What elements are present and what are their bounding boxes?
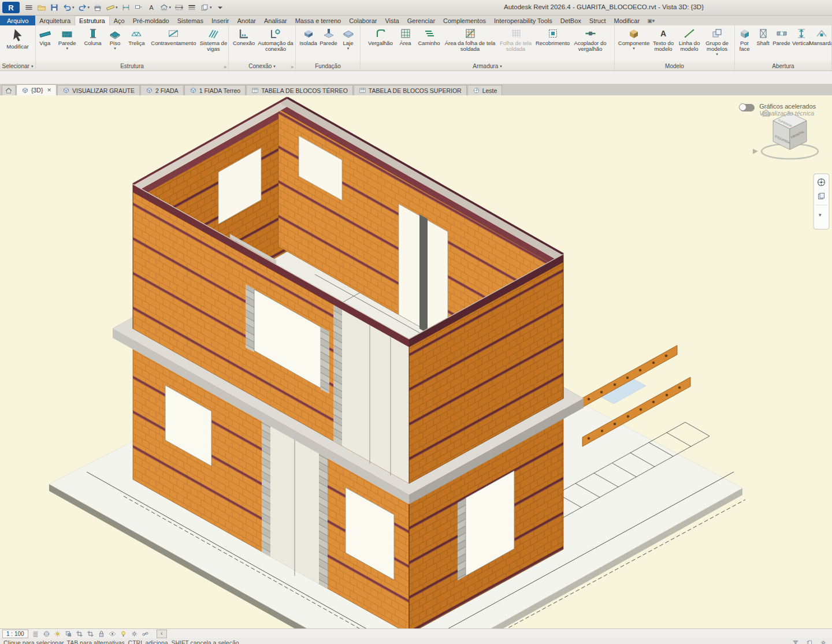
qat-tag-by-category[interactable]	[132, 2, 145, 13]
ribbon-button-componente[interactable]: Componente▾	[618, 27, 650, 50]
status-editable-only[interactable]	[804, 639, 815, 644]
scale-button[interactable]: 1 : 100	[2, 630, 28, 638]
ribbon-tab-colaborar[interactable]: Colaborar	[345, 16, 381, 25]
ribbon-tab-detbox[interactable]: DetBox	[556, 16, 585, 25]
ribbon-tab-complementos[interactable]: Complementos	[439, 16, 490, 25]
qat-app-menu[interactable]	[23, 2, 35, 13]
ribbon-button-parede[interactable]: Parede▾	[55, 27, 80, 50]
ribbon-button-trelica[interactable]: Treliça	[125, 27, 148, 46]
panel-label-estrutura[interactable]: Estrutura	[36, 61, 228, 70]
3d-view-canvas[interactable]: SUPERIOR ESQUERDA FRONTAL ▾	[0, 95, 832, 628]
viewbar-sun-path[interactable]	[53, 630, 63, 638]
ribbon-button-conexao[interactable]: Conexão	[231, 27, 257, 46]
ribbon-button-por-face[interactable]: Por face	[736, 27, 754, 52]
ribbon-tab-analisar[interactable]: Analisar	[260, 16, 291, 25]
tab-options-icon[interactable]: ▣▾	[644, 16, 658, 25]
panel-label-selecionar[interactable]: Selecionar▾	[0, 61, 35, 70]
ribbon-tab-massa-e-terreno[interactable]: Massa e terreno	[291, 16, 345, 25]
zoom-pages-icon[interactable]	[818, 193, 824, 199]
viewbar-shadows[interactable]	[64, 630, 74, 638]
ribbon-tab-anotar[interactable]: Anotar	[233, 16, 260, 25]
navigation-bar[interactable]: ▾	[814, 174, 829, 229]
ribbon-button-recobrimento[interactable]: Recobrimento	[534, 27, 571, 46]
ribbon-button-modificar[interactable]: Modificar	[2, 27, 34, 50]
panel-label-armadura[interactable]: Armadura▾	[361, 61, 614, 70]
qat-open[interactable]	[35, 2, 48, 13]
ribbon-button-mansarda[interactable]: Mansarda	[812, 27, 831, 46]
ribbon-button-texto-do-modelo[interactable]: Texto do modelo	[651, 27, 676, 52]
qat-section[interactable]	[173, 2, 185, 13]
ribbon-tab-aco[interactable]: Aço	[110, 16, 129, 25]
view-tab-tabela-de-blocos-terreo[interactable]: TABELA DE BLOCOS TÉRREO	[246, 85, 353, 95]
ribbon-button-grupo-de-modelos[interactable]: Grupo de modelos▾	[703, 27, 731, 56]
ribbon-tab-gerenciar[interactable]: Gerenciar	[403, 16, 439, 25]
ribbon-button-parede[interactable]: Parede	[772, 27, 791, 46]
qat-print[interactable]	[91, 2, 104, 13]
viewbar-detail-level[interactable]	[31, 630, 41, 638]
viewbar-crop-region[interactable]	[86, 630, 96, 638]
scroll-left-button[interactable]: ‹	[157, 630, 167, 638]
ribbon-tab-estrutura[interactable]: Estrutura	[75, 16, 110, 25]
qat-default-3d-view[interactable]: ▾	[158, 2, 173, 13]
view-tab-tabela-de-blocos-superior[interactable]: TABELA DE BLOCOS SUPERIOR	[354, 85, 467, 95]
ribbon-tab-arquitetura[interactable]: Arquitetura	[35, 16, 75, 25]
ribbon-button-contraventamento[interactable]: Contraventamento	[149, 27, 198, 46]
ribbon-button-vergalhao[interactable]: Vergalhão	[366, 27, 395, 46]
ribbon-tab-sistemas[interactable]: Sistemas	[173, 16, 207, 25]
drawing-area[interactable]: SUPERIOR ESQUERDA FRONTAL ▾ Gráficos ace…	[0, 95, 832, 628]
qat-thin-lines[interactable]	[185, 2, 198, 13]
ribbon-button-vertical[interactable]: Vertical	[792, 27, 811, 46]
viewbar-reveal-constraints[interactable]	[140, 630, 151, 638]
qat-undo[interactable]: ▾	[61, 2, 76, 13]
viewbar-visual-style[interactable]	[42, 630, 52, 638]
panel-label-abertura[interactable]: Abertura	[735, 61, 831, 70]
viewbar-lock-3d-view[interactable]	[96, 630, 107, 638]
qat-save[interactable]	[48, 2, 61, 13]
ribbon-tab-struct[interactable]: Struct	[585, 16, 610, 25]
qat-text[interactable]	[145, 2, 158, 13]
tab-arquivo[interactable]: Arquivo	[0, 16, 35, 25]
ribbon-button-coluna[interactable]: Coluna	[80, 27, 105, 46]
ribbon-button-sistema-de-vigas[interactable]: Sistema de vigas	[199, 27, 228, 52]
ribbon-button-laje[interactable]: Laje▾	[339, 27, 358, 50]
accelerated-graphics-toggle[interactable]: Gráficos acelerados Visualização técnica	[740, 103, 816, 117]
qat-measure[interactable]: ▾	[104, 2, 120, 13]
toggle-switch[interactable]	[740, 104, 755, 111]
view-tab-2-fiada[interactable]: 2 FIADA	[140, 85, 184, 95]
home-button[interactable]	[2, 85, 16, 95]
ribbon-button-automacao-da-conexao[interactable]: Automação da conexão	[258, 27, 294, 52]
close-view-icon[interactable]: ✕	[47, 87, 51, 93]
ribbon-tab-vista[interactable]: Vista	[381, 16, 403, 25]
viewbar-temporary-hide-isolate[interactable]	[107, 630, 118, 638]
viewbar-analytical-model[interactable]	[129, 630, 140, 638]
qat-aligned-dimension[interactable]	[120, 2, 132, 13]
ribbon-tab-inserir[interactable]: Inserir	[207, 16, 233, 25]
revit-logo[interactable]: R	[2, 2, 20, 13]
view-tab-3d[interactable]: {3D}✕	[16, 84, 57, 95]
ribbon-button-viga[interactable]: Viga	[36, 27, 54, 46]
nav-expand-icon[interactable]: ▾	[819, 212, 822, 218]
view-tab-visualizar-graute[interactable]: VISUALIZAR GRAUTE	[57, 85, 140, 95]
status-worksharing-display[interactable]	[818, 639, 829, 644]
viewbar-reveal-hidden-elements[interactable]	[118, 630, 129, 638]
ribbon-tab-interoperability-tools[interactable]: Interoperability Tools	[490, 16, 556, 25]
ribbon-button-area[interactable]: Área	[396, 27, 415, 46]
ribbon-button-isolada[interactable]: Isolada	[299, 27, 318, 46]
qat-redo[interactable]: ▾	[76, 2, 92, 13]
ribbon-button-acoplador-do-vergalhao[interactable]: Acoplador do vergalhão	[572, 27, 609, 52]
panel-label-fundacao[interactable]: Fundação	[296, 61, 360, 70]
ribbon-tab-pre-moldado[interactable]: Pré-moldado	[129, 16, 173, 25]
ribbon-button-shaft[interactable]: Shaft	[755, 27, 772, 46]
qat-switch-windows[interactable]: ▾	[198, 2, 214, 13]
dialog-launcher[interactable]: »	[291, 64, 294, 70]
ribbon-button-folha-de-tela-soldada[interactable]: Folha de tela soldada	[498, 27, 534, 52]
dialog-launcher[interactable]: »	[224, 64, 226, 70]
ribbon-button-linha-do-modelo[interactable]: Linha do modelo	[677, 27, 702, 52]
ribbon-button-piso[interactable]: Piso▾	[106, 27, 124, 50]
status-selection-filter[interactable]	[790, 639, 801, 644]
ribbon-button-area-da-folha-de-tela-soldada[interactable]: Área da folha de tela soldada	[443, 27, 497, 52]
ribbon-button-caminho[interactable]: Caminho	[416, 27, 443, 46]
ribbon-tab-modificar[interactable]: Modificar	[610, 16, 644, 25]
steering-wheel-icon[interactable]	[818, 179, 825, 186]
panel-label-modelo[interactable]: Modelo	[615, 61, 734, 70]
